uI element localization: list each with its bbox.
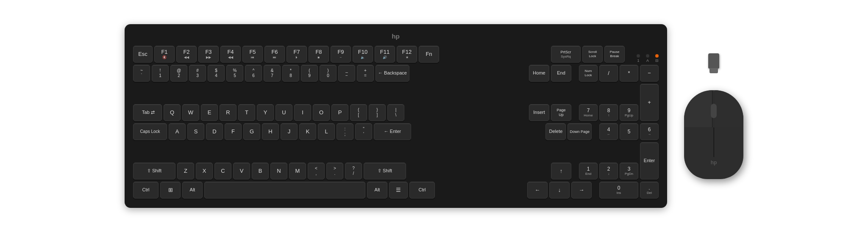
key-5[interactable]: %5 xyxy=(226,65,243,82)
key-r[interactable]: R xyxy=(220,104,236,121)
key-a[interactable]: A xyxy=(169,123,186,140)
key-lbracket[interactable]: {[ xyxy=(350,104,367,121)
key-f10[interactable]: F10🔈 xyxy=(353,46,373,63)
key-backslash[interactable]: |\ xyxy=(387,104,404,121)
key-home[interactable]: Home xyxy=(529,65,549,82)
key-7[interactable]: &7 xyxy=(264,65,281,82)
key-x[interactable]: X xyxy=(196,163,213,180)
mouse-scroll-wheel[interactable] xyxy=(711,104,717,118)
key-v[interactable]: V xyxy=(233,163,250,180)
key-d[interactable]: D xyxy=(206,123,223,140)
key-enter[interactable]: ← Enter xyxy=(374,123,411,140)
key-quote[interactable]: "' xyxy=(355,123,372,140)
key-pause-break[interactable]: PauseBreak xyxy=(604,46,625,63)
key-num-minus[interactable]: − xyxy=(640,65,659,82)
key-num-slash[interactable]: / xyxy=(599,65,618,82)
key-num-dot[interactable]: .Del xyxy=(640,182,659,199)
key-f5[interactable]: F5⏮ xyxy=(242,46,263,63)
key-page-down[interactable]: Down Page xyxy=(568,123,592,140)
key-num-7[interactable]: 7Home xyxy=(579,104,598,121)
key-page-up[interactable]: PageUp xyxy=(551,104,571,121)
key-prtscr[interactable]: PrtScrSysRq xyxy=(551,46,581,63)
key-0[interactable]: )0 xyxy=(320,65,337,82)
key-8[interactable]: *8 xyxy=(282,65,299,82)
key-m[interactable]: M xyxy=(289,163,306,180)
key-k[interactable]: K xyxy=(299,123,316,140)
key-j[interactable]: J xyxy=(281,123,298,140)
key-num-3[interactable]: 3PgDn xyxy=(620,163,638,180)
key-windows[interactable]: ⊞ xyxy=(160,182,181,199)
key-minus[interactable]: _− xyxy=(338,65,355,82)
key-comma[interactable]: <, xyxy=(308,163,325,180)
key-u[interactable]: U xyxy=(275,104,292,121)
key-period[interactable]: >. xyxy=(326,163,343,180)
key-num-0[interactable]: 0Ins xyxy=(599,182,638,199)
key-tab[interactable]: Tab ⇄ xyxy=(133,104,162,121)
key-f8[interactable]: F8■ xyxy=(309,46,329,63)
key-end[interactable]: End xyxy=(551,65,571,82)
key-b[interactable]: B xyxy=(252,163,269,180)
key-s[interactable]: S xyxy=(187,123,204,140)
key-alt-left[interactable]: Alt xyxy=(182,182,203,199)
key-equals[interactable]: += xyxy=(357,65,374,82)
key-q[interactable]: Q xyxy=(164,104,181,121)
key-delete[interactable]: Delete xyxy=(545,123,566,140)
key-6[interactable]: ^6 xyxy=(245,65,262,82)
key-i[interactable]: I xyxy=(294,104,311,121)
key-ctrl-right[interactable]: Ctrl xyxy=(409,182,435,199)
key-up-arrow[interactable]: ↑ xyxy=(551,163,571,180)
key-down-arrow[interactable]: ↓ xyxy=(549,182,570,199)
key-e[interactable]: E xyxy=(201,104,218,121)
key-num-4[interactable]: 4← xyxy=(599,123,618,140)
key-menu[interactable]: ☰ xyxy=(389,182,408,199)
key-f12[interactable]: F12★ xyxy=(397,46,417,63)
key-g[interactable]: G xyxy=(243,123,260,140)
key-num-2[interactable]: 2↓ xyxy=(599,163,618,180)
key-f6[interactable]: F6⏭ xyxy=(264,46,285,63)
key-n[interactable]: N xyxy=(270,163,287,180)
key-2[interactable]: @2 xyxy=(170,65,187,82)
key-esc[interactable]: Esc xyxy=(133,46,153,63)
key-f4[interactable]: F4◀◀ xyxy=(220,46,241,63)
key-num-asterisk[interactable]: * xyxy=(620,65,638,82)
key-y[interactable]: Y xyxy=(257,104,274,121)
key-num-lock[interactable]: NumLock xyxy=(579,65,598,82)
key-caps-lock[interactable]: Caps Lock xyxy=(133,123,167,140)
key-scroll-lock[interactable]: ScrollLock xyxy=(582,46,603,63)
key-left-arrow[interactable]: ← xyxy=(527,182,548,199)
key-slash[interactable]: ?/ xyxy=(345,163,362,180)
key-fn[interactable]: Fn xyxy=(419,46,439,63)
key-semicolon[interactable]: :; xyxy=(337,123,353,140)
key-num-plus[interactable]: + xyxy=(640,84,659,121)
key-shift-right[interactable]: ⇧ Shift xyxy=(364,163,406,180)
key-insert[interactable]: Insert xyxy=(529,104,549,121)
key-f[interactable]: F xyxy=(225,123,242,140)
key-backspace[interactable]: ← Backspace xyxy=(376,65,409,82)
mouse-left-button[interactable] xyxy=(684,90,712,127)
key-num-9[interactable]: 9PgUp xyxy=(620,104,638,121)
key-f3[interactable]: F3▶▶ xyxy=(198,46,219,63)
key-f7[interactable]: F7⏵ xyxy=(287,46,307,63)
key-l[interactable]: L xyxy=(318,123,335,140)
key-ctrl-left[interactable]: Ctrl xyxy=(133,182,159,199)
key-shift-left[interactable]: ⇧ Shift xyxy=(133,163,175,180)
key-rbracket[interactable]: }] xyxy=(369,104,386,121)
key-c[interactable]: C xyxy=(214,163,231,180)
key-num-5[interactable]: 5 xyxy=(620,123,638,140)
key-num-6[interactable]: 6→ xyxy=(640,123,659,140)
key-f2[interactable]: F2◀◀ xyxy=(176,46,197,63)
key-9[interactable]: (9 xyxy=(301,65,318,82)
key-p[interactable]: P xyxy=(331,104,348,121)
key-alt-right[interactable]: Alt xyxy=(367,182,387,199)
key-num-enter[interactable]: Enter xyxy=(640,142,659,180)
key-backtick[interactable]: ~` xyxy=(133,65,150,82)
key-t[interactable]: T xyxy=(238,104,255,121)
key-num-8[interactable]: 8↑ xyxy=(599,104,618,121)
key-1[interactable]: !1 xyxy=(152,65,169,82)
key-f9[interactable]: F9− xyxy=(331,46,351,63)
key-h[interactable]: H xyxy=(262,123,279,140)
key-w[interactable]: W xyxy=(182,104,199,121)
key-z[interactable]: Z xyxy=(177,163,194,180)
key-f11[interactable]: F11🔊 xyxy=(375,46,395,63)
key-space[interactable] xyxy=(204,182,365,199)
